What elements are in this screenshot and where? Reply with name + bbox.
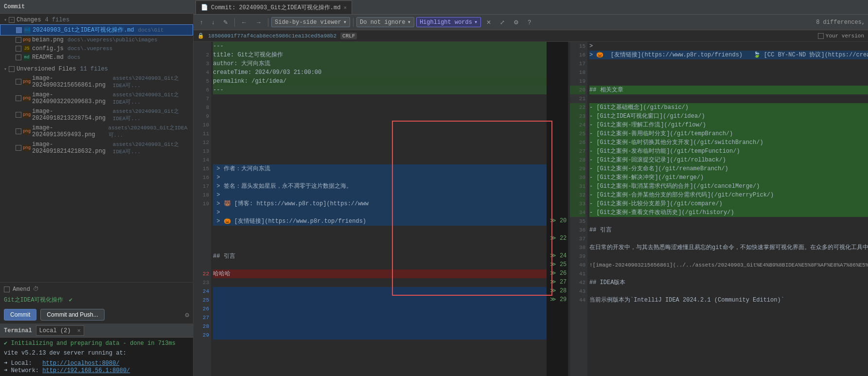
code-line	[213, 243, 547, 252]
highlight-dropdown[interactable]: Highlight words ▾	[416, 17, 481, 27]
viewer-dropdown[interactable]: Side-by-side viewer ▾	[271, 17, 350, 27]
viewer-label: Side-by-side viewer	[275, 19, 341, 26]
file-checkbox-3[interactable]	[16, 46, 21, 52]
unversioned-label: Unversioned Files	[17, 66, 76, 72]
viewer-chevron: ▾	[343, 18, 347, 26]
unversioned-path-1: assets\20240903_Git之IDEA可...	[113, 74, 189, 89]
network-link[interactable]: http://192.168.56.1:8080/	[42, 367, 130, 374]
tab-title: Commit: 20240903_Git之IDEA可视化操作.md	[211, 3, 340, 12]
unversioned-cb-4[interactable]	[16, 128, 21, 134]
file-item-readme[interactable]: md README.md docs	[0, 53, 193, 62]
ignore-dropdown[interactable]: Do not ignore ▾	[356, 17, 414, 27]
edit-button[interactable]: ✎	[220, 18, 231, 27]
code-line: >	[213, 191, 547, 199]
amend-checkbox[interactable]	[4, 286, 10, 292]
code-line: - [Git之案例-发布临时功能](/git/tempFunction/)	[589, 147, 868, 156]
tab-commit-icon: 📄	[201, 4, 208, 11]
file-item-js[interactable]: JS config.js docs\.vuepress	[0, 44, 193, 53]
code-line	[589, 269, 868, 278]
unversioned-cb-5[interactable]	[16, 145, 21, 151]
code-line	[213, 313, 547, 322]
code-line: createTime: 2024/09/03 21:00:00	[213, 68, 547, 77]
unversioned-checkbox[interactable]	[9, 66, 15, 72]
changes-section-header[interactable]: ▾ Changes 4 files	[0, 16, 193, 24]
toolbar-separator-2	[268, 18, 268, 27]
right-code-col: > > 🎃 [友情链接](https://www.p8r.top/friends…	[587, 42, 868, 376]
unversioned-item-2[interactable]: png image-20240903220209683.png assets\2…	[0, 90, 193, 107]
commit-button[interactable]: Commit	[4, 309, 36, 321]
code-line: ## 引言	[213, 252, 547, 261]
file-item-md[interactable]: md 20240903_Git之IDEA可视化操作.md docs\Git	[0, 24, 193, 36]
file-checkbox-4[interactable]	[16, 54, 21, 60]
unversioned-cb-1[interactable]	[16, 79, 21, 85]
file-item-png[interactable]: png beian.png docs\.vuepress\public\imag…	[0, 36, 193, 44]
settings-gear-button[interactable]: ⚙	[510, 18, 522, 27]
unversioned-cb-3[interactable]	[16, 112, 21, 118]
tab-close-button[interactable]: ✕	[343, 4, 347, 11]
diff-right-side: 15 16 17 18 19 20 21 22 23 24 25 26 27 2…	[570, 42, 868, 376]
file-name-1: 20240903_Git之IDEA可视化操作.md	[33, 26, 134, 34]
code-line	[213, 322, 547, 331]
unversioned-item-5[interactable]: png image-20240918214218632.png assets\2…	[0, 140, 193, 156]
unversioned-name-3: image-20240918213228754.png	[32, 108, 109, 122]
back-button[interactable]: ←	[238, 18, 250, 27]
help-button[interactable]: ?	[524, 18, 534, 27]
file-checkbox-1[interactable]	[16, 27, 22, 33]
bottom-section: Amend ⏱ Git之IDEA可视化操作 ✔ Commit Commit an…	[0, 282, 193, 323]
terminal-content: ✔ Initializing and preparing data - done…	[0, 338, 193, 376]
code-line: ## 相关文章	[589, 86, 868, 94]
code-line	[213, 261, 547, 269]
expand-button[interactable]: ⤢	[496, 18, 508, 27]
terminal-tab[interactable]: Local (2) ✕	[36, 325, 84, 336]
crlf-badge: CRLF	[340, 33, 357, 39]
terminal-section: Terminal Local (2) ✕ ✔ Initializing and …	[0, 323, 193, 376]
code-line: - [Git之案例-善用临时分支](/git/tempBranch/)	[589, 129, 868, 138]
forward-button[interactable]: →	[252, 18, 265, 27]
diff-count: 8 differences,	[816, 19, 865, 26]
code-line	[589, 77, 868, 86]
panel-title: Commit	[4, 3, 25, 10]
main-panel: 📄 Commit: 20240903_Git之IDEA可视化操作.md ✕ ↑ …	[194, 0, 868, 376]
unversioned-icon-1: png	[23, 78, 30, 85]
terminal-tab-close[interactable]: ✕	[77, 327, 81, 334]
unversioned-item-1[interactable]: png image-20240903215656861.png assets\2…	[0, 73, 193, 90]
md-file-icon: md	[24, 27, 31, 34]
ignore-chevron: ▾	[407, 18, 411, 26]
code-line	[213, 296, 547, 304]
unversioned-cb-2[interactable]	[16, 95, 21, 101]
code-line	[213, 156, 547, 164]
diff-tab[interactable]: 📄 Commit: 20240903_Git之IDEA可视化操作.md ✕	[195, 0, 352, 14]
unversioned-item-3[interactable]: png image-20240918213228754.png assets\2…	[0, 107, 193, 123]
ignore-label: Do not ignore	[360, 19, 406, 26]
js-file-icon: JS	[23, 45, 30, 52]
code-line: - [Git之案例-回滚提交记录](/git/rollback/)	[589, 156, 868, 164]
file-name-4: README.md	[32, 54, 64, 61]
code-line: - [Git之案例-临时切换其他分支开发](/git/switchBranch/…	[589, 138, 868, 147]
scroll-down-button[interactable]: ↓	[208, 18, 218, 27]
code-line	[213, 304, 547, 313]
checkbox-your-version[interactable]	[818, 33, 824, 39]
left-line-numbers: 2 3 4 5 6 7 8 9 10 11 12 13 14 15 16 17	[194, 42, 211, 376]
unversioned-name-4: image-20240913659493.png	[32, 125, 105, 138]
commit-message[interactable]: Git之IDEA可视化操作 ✔	[4, 295, 189, 305]
code-line	[213, 103, 547, 112]
unversioned-section-header[interactable]: ▾ Unversioned Files 11 files	[0, 65, 193, 73]
unversioned-icon-3: png	[23, 111, 30, 118]
readme-file-icon: md	[23, 54, 30, 61]
terminal-line-5: ➜ Local: http://localhost:8080/	[4, 359, 189, 367]
code-line: ## 引言	[589, 226, 868, 234]
settings-icon[interactable]: ⚙	[185, 311, 189, 319]
scroll-up-button[interactable]: ↑	[196, 18, 206, 27]
local-link[interactable]: http://localhost:8080/	[42, 360, 119, 367]
changes-checkbox[interactable]	[9, 17, 15, 23]
close-highlight-button[interactable]: ✕	[483, 18, 495, 27]
amend-label: Amend	[13, 286, 30, 293]
commit-push-button[interactable]: Commit and Push...	[40, 309, 104, 321]
commit-buttons: Commit Commit and Push... ⚙	[4, 309, 189, 321]
unversioned-item-4[interactable]: png image-20240913659493.png assets\2024…	[0, 123, 193, 140]
your-version-label: Your version	[818, 33, 864, 39]
code-line	[589, 287, 868, 296]
code-line: > 🎃 [友情链接](https://www.p8r.top/friends) …	[589, 51, 868, 59]
code-line: - [Git之案例-合并某他分支的部分需求代码](/git/cherryPick…	[589, 191, 868, 199]
file-checkbox-2[interactable]	[16, 37, 21, 43]
